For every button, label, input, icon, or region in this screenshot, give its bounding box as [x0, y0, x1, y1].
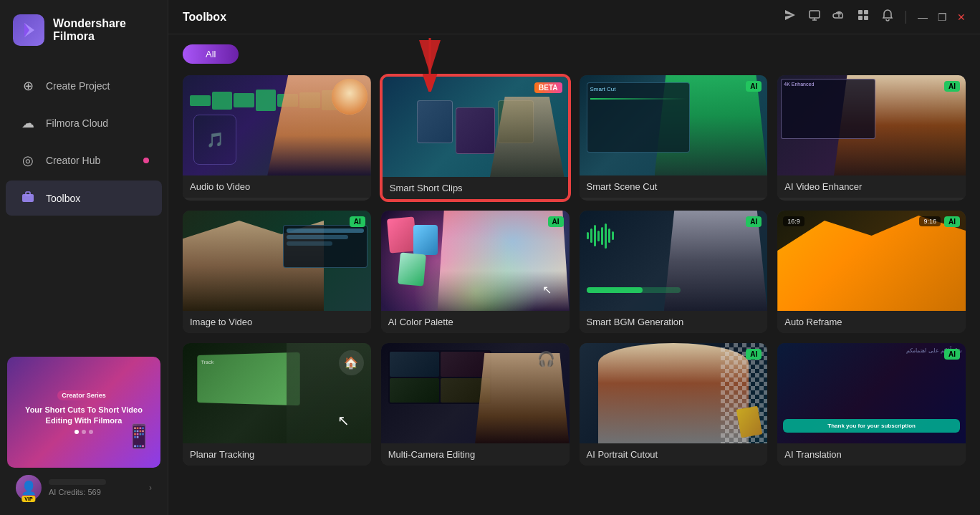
avatar: 👤 VIP — [16, 475, 42, 501]
create-project-label: Create Project — [46, 80, 110, 92]
sidebar-item-creator-hub[interactable]: ◎ Creator Hub — [6, 143, 162, 178]
sidebar-item-create-project[interactable]: ⊕ Create Project — [6, 69, 162, 103]
grid-item-ai-color-palette[interactable]: AI ↖ AI Color Palette — [381, 211, 570, 333]
bgm-timeline — [587, 287, 681, 293]
win-controls: — ❐ ✕ — [918, 11, 966, 23]
svg-rect-5 — [858, 10, 863, 14]
promo-banner[interactable]: Creator Series Your Short Cuts To Short … — [7, 357, 160, 468]
grid-item-ai-video-enhancer[interactable]: AI 4K Enhanced AI Video Enhancer — [777, 75, 966, 201]
thumb-planar-tracking: Track ↖ 🏠 — [183, 343, 371, 443]
thumb-smart-bgm: AI — [580, 211, 768, 311]
topbar-icons: — ❐ ✕ — [784, 9, 966, 25]
svg-rect-6 — [864, 10, 868, 14]
creator-hub-icon: ◎ — [20, 153, 36, 168]
float-frame-1 — [387, 216, 417, 253]
thumb-multi-camera: 🎧 — [381, 343, 570, 443]
headphone-person-head — [332, 79, 368, 115]
grid-item-smart-bgm[interactable]: AI — [580, 211, 768, 333]
clip-frame-1 — [417, 100, 453, 143]
billboard-decoration: Track — [197, 352, 299, 406]
screen-label: Smart Cut — [587, 83, 690, 95]
wave-bar-4 — [256, 90, 277, 111]
sidebar-item-toolbox[interactable]: Toolbox — [6, 181, 162, 216]
grid-icon[interactable] — [857, 9, 870, 25]
grid-item-smart-scene-cut[interactable]: AI Smart Cut Smart Scene Cut — [580, 75, 768, 201]
wave-bar-1 — [190, 95, 211, 106]
label-ai-translation: AI Translation — [777, 443, 966, 466]
label-ai-video-enhancer: AI Video Enhancer — [777, 175, 966, 198]
text-line-1 — [287, 228, 364, 233]
toolbox-grid: 🎵 Audio to Video BETA — [183, 75, 966, 466]
grid-item-smart-short-clips[interactable]: BETA Smart Short Clips — [381, 75, 570, 201]
minimize-button[interactable]: — — [918, 11, 928, 23]
subscription-banner: Thank you for your subscription — [783, 419, 960, 433]
phone-card-decoration: 🎵 — [193, 115, 236, 165]
filmora-cloud-label: Filmora Cloud — [46, 117, 108, 129]
username-bar — [49, 479, 106, 485]
sidebar-item-filmora-cloud[interactable]: ☁ Filmora Cloud — [6, 106, 162, 140]
creator-hub-label: Creator Hub — [46, 155, 100, 166]
multi-camera-screens — [388, 350, 492, 404]
close-button[interactable]: ✕ — [957, 11, 966, 23]
multi-cam-person — [475, 353, 569, 443]
size-indicator-2: 9:16 — [919, 216, 941, 226]
grid-item-multi-camera[interactable]: 🎧 Multi-Camera Editing — [381, 343, 570, 466]
grid-item-image-to-video[interactable]: AI Image to Video — [183, 211, 371, 333]
float-frame-2 — [413, 225, 438, 255]
grid-item-auto-reframe[interactable]: AI 16:9 9:16 Auto Reframe — [777, 211, 966, 333]
music-icon-deco: 🎵 — [206, 131, 224, 148]
credits-label: AI Credits: 569 — [49, 488, 142, 496]
grid-item-planar-tracking[interactable]: Track ↖ 🏠 Planar Tracking — [183, 343, 371, 466]
label-multi-camera: Multi-Camera Editing — [381, 443, 570, 466]
text-line-2 — [287, 235, 349, 239]
screen-1 — [390, 352, 439, 377]
text-card — [283, 225, 368, 268]
brand-name: Wondershare — [53, 17, 126, 30]
app-logo — [13, 14, 44, 46]
send-icon[interactable] — [784, 9, 797, 25]
thumb-image-to-video: AI — [183, 211, 371, 311]
monitor-icon[interactable] — [808, 9, 821, 25]
creator-hub-dot — [143, 158, 149, 163]
svg-rect-8 — [864, 16, 868, 20]
screen-bar — [590, 98, 687, 100]
filter-all-tab[interactable]: All — [183, 44, 239, 64]
logo-area: Wondershare Filmora — [0, 0, 168, 60]
maximize-button[interactable]: ❐ — [938, 11, 947, 23]
main-content: Toolbox — ❐ ✕ Al — [168, 0, 980, 515]
user-area: 👤 VIP AI Credits: 569 › — [7, 468, 160, 508]
cloud-upload-icon[interactable] — [832, 9, 845, 25]
wave-bar-3 — [234, 93, 254, 107]
badge-ai-image-video: AI — [350, 216, 365, 227]
badge-ai-portrait: AI — [746, 349, 762, 360]
bell-icon[interactable] — [881, 9, 894, 25]
headset-icon: 🎧 — [537, 350, 555, 367]
badge-ai-auto-reframe: AI — [944, 216, 960, 227]
grid-item-audio-to-video[interactable]: 🎵 Audio to Video — [183, 75, 371, 201]
bw2 — [590, 228, 592, 243]
grid-item-ai-translation[interactable]: AI شكراً لكم على اهتمامكم Thank you for … — [777, 343, 966, 466]
promo-dot-1 — [75, 430, 79, 434]
promo-dot-3 — [89, 430, 93, 434]
toolbox-icon — [20, 190, 36, 206]
user-arrow-icon[interactable]: › — [149, 483, 152, 493]
grid-item-ai-portrait[interactable]: AI AI Portrait Cutout — [580, 343, 768, 466]
head-fill — [332, 79, 368, 115]
enhancer-label: 4K Enhanced — [782, 80, 874, 89]
badge-ai-translation: AI — [944, 349, 960, 360]
badge-ai-video-enhancer: AI — [944, 81, 960, 92]
grid-container: 🎵 Audio to Video BETA — [168, 69, 980, 515]
size-indicator: 16:9 — [783, 216, 804, 226]
bgm-progress — [587, 287, 643, 293]
text-line-3 — [287, 241, 333, 246]
bw7 — [608, 228, 610, 243]
cursor-icon: ↖ — [542, 283, 552, 297]
topbar-divider — [905, 11, 906, 24]
product-name: Filmora — [53, 30, 126, 43]
screen-3 — [390, 378, 439, 403]
thumb-ai-portrait-cutout: AI — [580, 343, 768, 443]
label-auto-reframe: Auto Reframe — [777, 311, 966, 333]
svg-rect-3 — [26, 192, 30, 196]
billboard-text: Track — [197, 352, 299, 370]
create-project-icon: ⊕ — [20, 78, 36, 94]
